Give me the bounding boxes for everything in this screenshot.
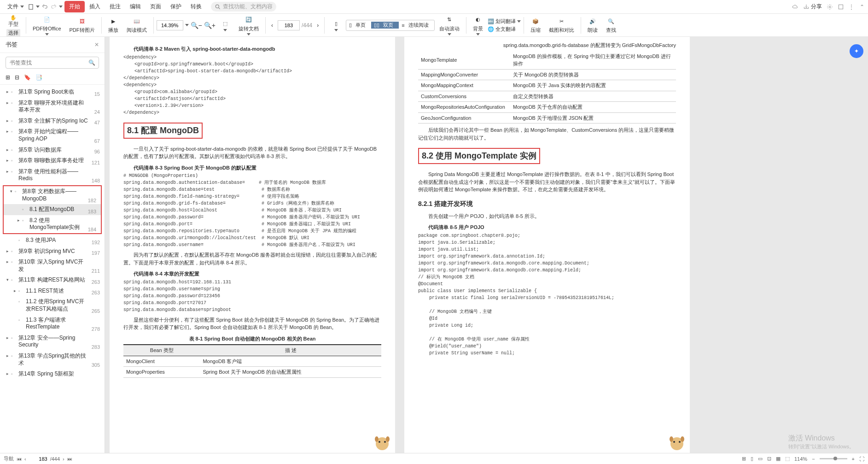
crop-compare[interactable]: ✂截图和对比 [545, 16, 578, 35]
toggle-arrow-icon[interactable]: ▸ [6, 353, 11, 358]
search-icon[interactable]: 🔍 [88, 59, 95, 66]
zoom-fit-icon[interactable]: ⬚ [785, 456, 790, 462]
toggle-arrow-icon[interactable]: ▸ [6, 118, 11, 123]
toggle-arrow-icon[interactable]: ▸ [6, 147, 11, 152]
bookmark-icon[interactable]: 🔖 [24, 74, 31, 81]
global-search[interactable]: 查找功能、文档内容 [211, 2, 276, 12]
bookmark-item[interactable]: ▸▫第2章 聊聊开发环境搭建和基本开发24 [0, 98, 105, 116]
single-page[interactable]: ▯ 单页 [346, 22, 371, 29]
toggle-arrow-icon[interactable]: ▸ [17, 218, 22, 223]
redo-icon[interactable] [51, 4, 57, 10]
hand-tool[interactable]: ✋手型 [6, 14, 21, 29]
toggle-arrow-icon[interactable]: ▸ [6, 158, 11, 163]
expand-all-icon[interactable]: ⊞ [6, 74, 10, 81]
last-page-icon[interactable]: ⏭ [67, 456, 72, 462]
bookmark-item[interactable]: ▾▫第11章 构建REST风格网站263 [0, 275, 105, 286]
bookmark-item[interactable]: ▫11.3 客户端请求RestTemplate278 [0, 315, 105, 333]
page-layout[interactable]: ▯ [327, 18, 345, 32]
fit-width[interactable]: ⬚ [216, 18, 234, 32]
page-mode-toggle[interactable]: ▯ 单页 ▯▯ 双页 ≡ 连续阅读 [346, 20, 434, 31]
zoom-slider[interactable] [820, 458, 847, 459]
read-mode[interactable]: 📖阅读模式 [123, 16, 151, 35]
menu-convert[interactable]: 转换 [186, 1, 206, 12]
toggle-arrow-icon[interactable]: ▸ [6, 169, 11, 174]
toggle-arrow-icon[interactable]: ▾ [10, 189, 15, 194]
continuous-read[interactable]: ≡ 连续阅读 [399, 22, 434, 29]
zoom-out-icon[interactable]: 🔍− [191, 22, 202, 29]
find[interactable]: 🔍查找 [602, 16, 620, 35]
bookmark-search-input[interactable] [6, 57, 99, 69]
menu-annotate[interactable]: 批注 [105, 1, 125, 12]
status-page-input[interactable] [29, 456, 47, 462]
zoom-in-icon[interactable]: + [852, 456, 855, 462]
layout-icon-5[interactable]: ▦ [776, 456, 781, 462]
full-translate[interactable]: 🌐 全文翻译 [488, 26, 521, 33]
toggle-arrow-icon[interactable]: ▸ [6, 129, 11, 134]
bookmark-item[interactable]: ▸▫第1章 Spring Boot来临15 [0, 87, 105, 98]
layout-icon-4[interactable]: ⊡ [767, 456, 771, 462]
gear-icon[interactable] [827, 4, 833, 10]
menu-insert[interactable]: 插入 [85, 1, 105, 12]
bookmark-item[interactable]: ▫8.1 配置MongoDB183 [4, 204, 101, 215]
rotate-doc[interactable]: 🔄旋转文档 [235, 14, 262, 36]
assistant-float-button[interactable]: ✦ [850, 44, 863, 58]
bookmark-item[interactable]: ▸▫第7章 使用性能利器——Redis148 [0, 166, 105, 184]
share-button[interactable]: 分享 [803, 3, 822, 11]
expand-icon[interactable]: ⌃ [860, 4, 864, 10]
next-page-icon[interactable]: › [63, 456, 64, 462]
bookmark-item[interactable]: ▸▫第4章 开始约定编程——Spring AOP67 [0, 126, 105, 144]
cloud-icon[interactable] [792, 4, 798, 10]
toggle-arrow-icon[interactable]: ▾ [6, 277, 11, 282]
next-page-icon[interactable]: › [314, 22, 321, 29]
menu-edit[interactable]: 编辑 [125, 1, 146, 12]
pdf-to-image[interactable]: 🖼PDF转图片 [66, 16, 99, 35]
word-translate[interactable]: 🔤 划词翻译 [488, 18, 521, 25]
bookmark-item[interactable]: ▸▫第5章 访问数据库96 [0, 145, 105, 156]
chevron-down-icon[interactable] [185, 24, 189, 26]
page-input[interactable] [278, 20, 300, 30]
toggle-arrow-icon[interactable]: ▸ [6, 371, 11, 376]
bookmark-item[interactable]: ▾▫第8章 文档数据库——MongoDB182 [4, 186, 101, 204]
menu-page[interactable]: 页面 [146, 1, 166, 12]
undo-icon[interactable] [41, 4, 48, 10]
toggle-arrow-icon[interactable]: ▸ [6, 100, 11, 105]
select-tool[interactable]: 选择 [6, 29, 20, 37]
menu-protect[interactable]: 保护 [166, 1, 186, 12]
more-icon[interactable]: ⋮ [849, 4, 855, 10]
first-page-icon[interactable]: ⏮ [17, 456, 22, 462]
toggle-arrow-icon[interactable]: ▸ [6, 335, 11, 340]
prev-page-icon[interactable]: ‹ [268, 22, 276, 29]
auto-scroll[interactable]: ⇅自动滚动 [436, 14, 463, 36]
skin-icon[interactable] [838, 4, 844, 10]
layout-icon-1[interactable]: ⊞ [742, 456, 746, 462]
bookmark-item[interactable]: ▸▫第10章 深入Spring MVC开发211 [0, 257, 105, 275]
bookmark-item[interactable]: ▸▫第9章 初识Spring MVC197 [0, 246, 105, 257]
zoom-input[interactable] [157, 20, 183, 30]
double-page[interactable]: ▯▯ 双页 [371, 22, 399, 29]
toggle-arrow-icon[interactable]: ▸ [6, 249, 11, 253]
bookmark-item[interactable]: ▸▫11.1 REST简述263 [0, 286, 105, 297]
read-aloud[interactable]: 🔊朗读 [584, 16, 601, 35]
close-icon[interactable]: ✕ [94, 41, 99, 48]
fullscreen-icon[interactable]: ⛶ [859, 456, 864, 462]
bookmark-item[interactable]: ▸▫第14章 Spring 5新框架 [0, 369, 105, 380]
prev-page-icon[interactable]: ‹ [24, 456, 26, 462]
bookmark-item[interactable]: ▸▫第3章 全注解下的Spring IoC47 [0, 116, 105, 127]
bookmark-item[interactable]: ▸▫第12章 安全——Spring Security283 [0, 333, 105, 351]
toggle-arrow-icon[interactable]: ▸ [6, 89, 11, 94]
layout-icon-3[interactable]: ▭ [758, 456, 763, 462]
pdf-to-office[interactable]: 📄PDF转Office [29, 14, 65, 36]
doc-icon[interactable] [28, 4, 34, 10]
zoom-out-icon[interactable]: − [812, 456, 815, 462]
bookmark-item[interactable]: ▸▫第13章 学点Spring其他的技术305 [0, 351, 105, 369]
zoom-in-icon[interactable]: 🔍+ [204, 22, 216, 29]
compress[interactable]: 📦压缩 [527, 16, 544, 35]
toggle-arrow-icon[interactable]: ▸ [6, 259, 11, 264]
background[interactable]: ◐背景 [469, 14, 487, 36]
file-menu[interactable]: 文件 [4, 1, 28, 12]
bookmark-item[interactable]: ▫11.2 使用Spring MVC开发REST风格端点265 [0, 296, 105, 314]
bookmark-alt-icon[interactable]: 📑 [35, 74, 42, 81]
menu-start[interactable]: 开始 [64, 1, 85, 12]
collapse-all-icon[interactable]: ⊟ [15, 74, 19, 81]
bookmark-item[interactable]: ▸▫第6章 聊聊数据库事务处理121 [0, 155, 105, 166]
